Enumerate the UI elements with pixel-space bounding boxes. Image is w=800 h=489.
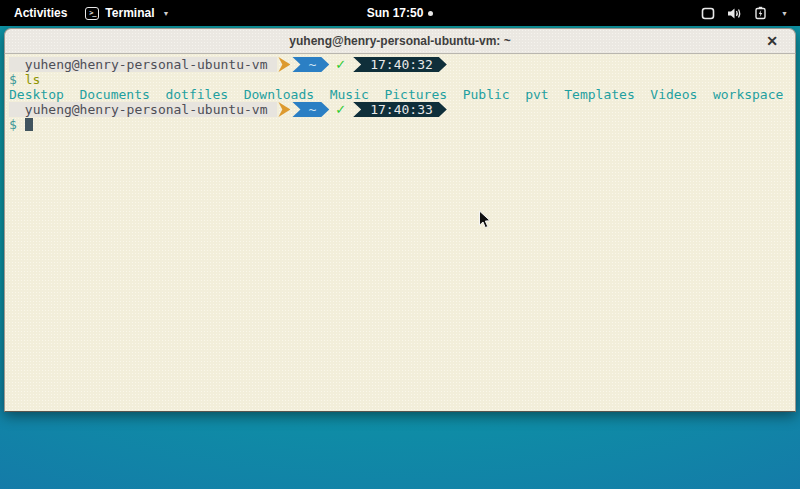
directory-name: pvt — [525, 87, 548, 102]
prompt-symbol: $ — [9, 72, 25, 87]
command-line: $ ls — [9, 72, 795, 87]
activities-button[interactable]: Activities — [10, 4, 71, 22]
directory-name: dotfiles — [165, 87, 228, 102]
app-menu-label: Terminal — [105, 6, 154, 20]
terminal-icon: >_ — [85, 7, 99, 20]
app-menu-terminal[interactable]: >_ Terminal ▼ — [85, 6, 169, 20]
directory-name: Pictures — [384, 87, 447, 102]
top-bar: Activities >_ Terminal ▼ Sun 17:50 — [0, 0, 800, 26]
system-status-area[interactable]: ▼ — [701, 6, 800, 20]
directory-name: workspace — [713, 87, 783, 102]
terminal-window: yuheng@henry-personal-ubuntu-vm: ~ ✕ yuh… — [4, 28, 796, 412]
prompt-symbol: $ — [9, 117, 25, 132]
volume-icon — [727, 7, 742, 20]
check-icon: ✓ — [335, 57, 346, 72]
directory-name: Videos — [650, 87, 697, 102]
directory-name: Downloads — [244, 87, 314, 102]
network-icon — [701, 7, 715, 20]
command-text: ls — [25, 72, 41, 87]
mouse-cursor-icon — [478, 210, 492, 234]
input-line: $ — [9, 117, 795, 132]
window-titlebar[interactable]: yuheng@henry-personal-ubuntu-vm: ~ ✕ — [4, 28, 796, 54]
battery-charging-icon — [754, 6, 767, 20]
prompt-timestamp: 17:40:32 — [353, 57, 447, 72]
close-icon[interactable]: ✕ — [763, 33, 781, 51]
prompt-line: yuheng@henry-personal-ubuntu-vm ~ ✓ 17:4… — [9, 57, 795, 72]
prompt-cwd: ~ — [292, 57, 329, 72]
prompt-user-host: yuheng@henry-personal-ubuntu-vm — [9, 57, 277, 72]
check-icon: ✓ — [335, 102, 346, 117]
terminal-content[interactable]: yuheng@henry-personal-ubuntu-vm ~ ✓ 17:4… — [4, 54, 796, 412]
prompt-cwd: ~ — [292, 102, 329, 117]
powerline-arrow-icon — [278, 102, 290, 117]
directory-name: Desktop — [9, 87, 64, 102]
clock-label[interactable]: Sun 17:50 — [367, 6, 424, 20]
text-cursor — [25, 118, 33, 131]
prompt-line: yuheng@henry-personal-ubuntu-vm ~ ✓ 17:4… — [9, 102, 795, 117]
directory-name: Public — [463, 87, 510, 102]
notification-dot-icon — [428, 11, 433, 16]
directory-name: Documents — [79, 87, 149, 102]
ls-output-line: DesktopDocumentsdotfilesDownloadsMusicPi… — [9, 87, 795, 102]
prompt-user-host: yuheng@henry-personal-ubuntu-vm — [9, 102, 277, 117]
directory-name: Templates — [564, 87, 634, 102]
powerline-arrow-icon — [278, 57, 290, 72]
chevron-down-icon: ▼ — [781, 10, 788, 17]
directory-name: Music — [330, 87, 369, 102]
chevron-down-icon: ▼ — [162, 10, 169, 17]
prompt-timestamp: 17:40:33 — [353, 102, 447, 117]
window-title: yuheng@henry-personal-ubuntu-vm: ~ — [5, 34, 795, 48]
